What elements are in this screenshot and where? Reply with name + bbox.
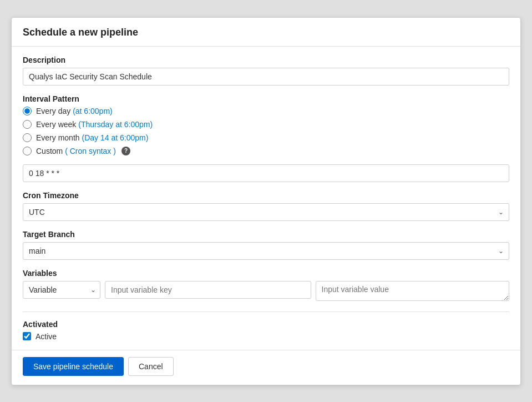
radio-daily-detail: (at 6:00pm) [73, 107, 113, 115]
interval-section: Interval Pattern Every day (at 6:00pm) E… [23, 94, 509, 182]
radio-daily-item[interactable]: Every day (at 6:00pm) [23, 107, 509, 115]
modal-title: Schedule a new pipeline [23, 27, 509, 38]
modal-header: Schedule a new pipeline [12, 18, 520, 46]
cron-timezone-select[interactable]: UTC America/New_York America/Los_Angeles… [23, 203, 509, 221]
radio-custom-item[interactable]: Custom ( Cron syntax ) ? [23, 147, 509, 155]
variable-key-input[interactable] [105, 281, 311, 299]
description-label: Description [23, 56, 509, 64]
target-branch-select[interactable]: main develop master [23, 242, 509, 260]
radio-weekly-label: Every week (Thursday at 6:00pm) [36, 120, 153, 129]
radio-weekly-item[interactable]: Every week (Thursday at 6:00pm) [23, 120, 509, 129]
variable-type-select[interactable]: Variable File [23, 281, 100, 299]
radio-monthly-item[interactable]: Every month (Day 14 at 6:00pm) [23, 133, 509, 142]
cron-timezone-wrapper: UTC America/New_York America/Los_Angeles… [23, 203, 509, 221]
variables-row: Variable File ⌄ [23, 281, 509, 303]
schedule-pipeline-modal: Schedule a new pipeline Description Inte… [11, 17, 521, 385]
radio-weekly[interactable] [23, 120, 32, 129]
target-branch-label: Target Branch [23, 230, 509, 239]
target-branch-section: Target Branch main develop master ⌄ [23, 230, 509, 260]
modal-body: Description Interval Pattern Every day (… [12, 47, 520, 350]
description-section: Description [23, 56, 509, 86]
radio-daily[interactable] [23, 107, 32, 115]
variable-value-textarea[interactable] [316, 281, 510, 301]
variable-type-wrapper: Variable File ⌄ [23, 281, 100, 299]
radio-custom[interactable] [23, 147, 32, 155]
activated-label: Activated [23, 320, 509, 329]
cron-expression-input[interactable] [23, 164, 509, 182]
activated-section: Activated Active [23, 320, 509, 341]
target-branch-wrapper: main develop master ⌄ [23, 242, 509, 260]
cron-timezone-section: Cron Timezone UTC America/New_York Ameri… [23, 191, 509, 221]
variables-label: Variables [23, 269, 509, 278]
radio-monthly-label: Every month (Day 14 at 6:00pm) [36, 133, 148, 142]
active-label[interactable]: Active [36, 332, 57, 341]
variables-divider [23, 311, 509, 312]
modal-footer: Save pipeline schedule Cancel [12, 350, 520, 385]
radio-daily-label: Every day (at 6:00pm) [36, 107, 113, 115]
interval-radio-group: Every day (at 6:00pm) Every week (Thursd… [23, 107, 509, 155]
radio-weekly-detail: (Thursday at 6:00pm) [78, 120, 153, 129]
radio-monthly-detail: (Day 14 at 6:00pm) [82, 133, 148, 142]
interval-label: Interval Pattern [23, 94, 509, 103]
cron-syntax-link[interactable]: ( Cron syntax ) [65, 147, 116, 155]
variable-value-wrapper [316, 281, 510, 303]
variables-section: Variables Variable File ⌄ [23, 269, 509, 303]
cron-timezone-label: Cron Timezone [23, 191, 509, 200]
active-checkbox-row: Active [23, 332, 509, 341]
cancel-button[interactable]: Cancel [128, 357, 174, 376]
radio-monthly[interactable] [23, 133, 32, 142]
description-input[interactable] [23, 68, 509, 86]
radio-custom-label: Custom ( Cron syntax ) [36, 147, 116, 155]
active-checkbox[interactable] [23, 332, 31, 340]
save-pipeline-button[interactable]: Save pipeline schedule [23, 357, 124, 376]
cron-help-icon[interactable]: ? [121, 147, 130, 155]
